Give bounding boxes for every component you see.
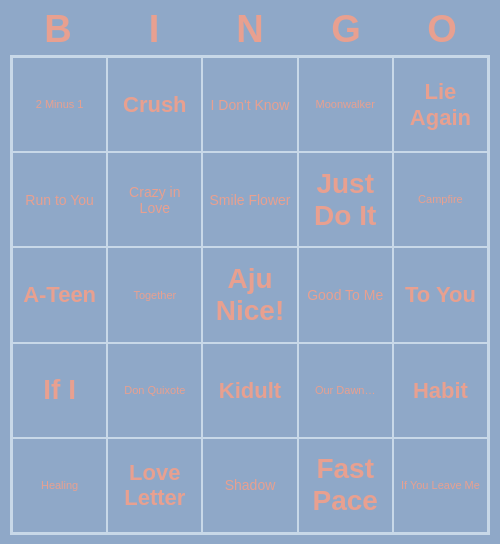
bingo-grid: 2 Minus 1CrushI Don't KnowMoonwalkerLie … bbox=[10, 55, 490, 535]
bingo-cell-5: Run to You bbox=[12, 152, 107, 247]
bingo-cell-14: To You bbox=[393, 247, 488, 342]
bingo-cell-1: Crush bbox=[107, 57, 202, 152]
bingo-header: B I N G O bbox=[10, 0, 490, 55]
bingo-cell-22: Shadow bbox=[202, 438, 297, 533]
bingo-cell-16: Don Quixote bbox=[107, 343, 202, 438]
bingo-cell-15: If I bbox=[12, 343, 107, 438]
bingo-cell-11: Together bbox=[107, 247, 202, 342]
bingo-cell-10: A-Teen bbox=[12, 247, 107, 342]
bingo-cell-6: Crazy in Love bbox=[107, 152, 202, 247]
letter-o: O bbox=[402, 8, 482, 51]
bingo-cell-23: Fast Pace bbox=[298, 438, 393, 533]
bingo-cell-2: I Don't Know bbox=[202, 57, 297, 152]
bingo-cell-17: Kidult bbox=[202, 343, 297, 438]
bingo-cell-12: Aju Nice! bbox=[202, 247, 297, 342]
bingo-cell-8: Just Do It bbox=[298, 152, 393, 247]
letter-b: B bbox=[18, 8, 98, 51]
letter-g: G bbox=[306, 8, 386, 51]
letter-n: N bbox=[210, 8, 290, 51]
bingo-cell-18: Our Dawn… bbox=[298, 343, 393, 438]
bingo-cell-9: Campfire bbox=[393, 152, 488, 247]
bingo-cell-7: Smile Flower bbox=[202, 152, 297, 247]
bingo-cell-21: Love Letter bbox=[107, 438, 202, 533]
bingo-cell-13: Good To Me bbox=[298, 247, 393, 342]
bingo-cell-19: Habit bbox=[393, 343, 488, 438]
bingo-cell-3: Moonwalker bbox=[298, 57, 393, 152]
bingo-cell-24: If You Leave Me bbox=[393, 438, 488, 533]
bingo-cell-4: Lie Again bbox=[393, 57, 488, 152]
bingo-cell-0: 2 Minus 1 bbox=[12, 57, 107, 152]
bingo-cell-20: Healing bbox=[12, 438, 107, 533]
letter-i: I bbox=[114, 8, 194, 51]
